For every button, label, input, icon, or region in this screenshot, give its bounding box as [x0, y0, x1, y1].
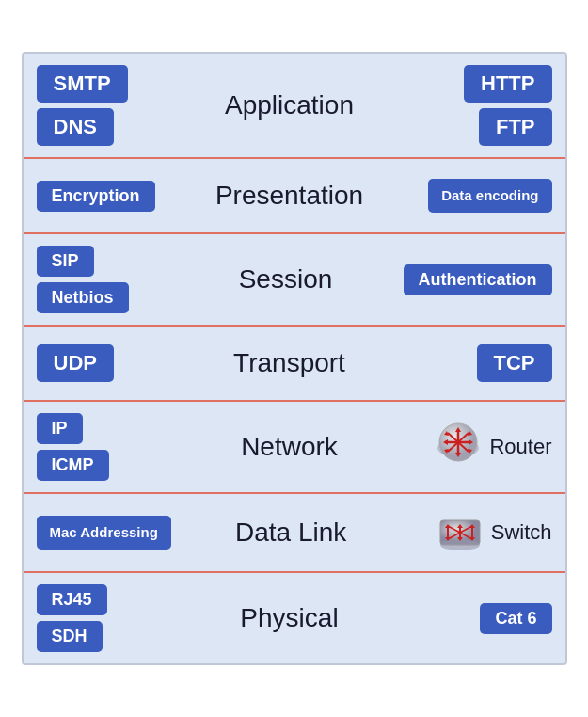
layer-application: SMTPDNSApplicationHTTPFTP: [24, 54, 565, 159]
device-row-network: Router: [433, 420, 551, 474]
badge-cat-6: Cat 6: [480, 603, 551, 634]
badge-icmp: ICMP: [37, 450, 109, 481]
layer-name-transport: Transport: [168, 348, 411, 378]
osi-diagram: SMTPDNSApplicationHTTPFTPEncryptionPrese…: [22, 52, 567, 665]
layer-right-transport: TCP: [411, 344, 552, 382]
badge-smtp: SMTP: [37, 65, 128, 103]
layer-left-presentation: Encryption: [37, 181, 168, 212]
badge-data-encoding: Data encoding: [428, 179, 551, 213]
layer-left-application: SMTPDNS: [37, 65, 168, 146]
layer-presentation: EncryptionPresentationData encoding: [24, 159, 565, 234]
layer-right-physical: Cat 6: [411, 603, 552, 634]
layer-name-presentation: Presentation: [168, 181, 411, 211]
layer-network: IPICMPNetwork Router: [24, 402, 565, 494]
layer-left-transport: UDP: [37, 344, 168, 382]
badge-encryption: Encryption: [37, 181, 155, 212]
badge-rj45: RJ45: [37, 584, 107, 615]
layer-physical: RJ45SDHPhysicalCat 6: [24, 573, 565, 663]
layer-session: SIPNetbiosSessionAuthentication: [24, 234, 565, 327]
badge-http: HTTP: [464, 65, 551, 103]
layer-left-session: SIPNetbios: [37, 246, 168, 313]
switch-label: Switch: [491, 520, 552, 545]
layer-name-network: Network: [168, 432, 411, 462]
layer-transport: UDPTransportTCP: [24, 327, 565, 402]
layer-name-datalink: Data Link: [171, 518, 411, 548]
layer-left-physical: RJ45SDH: [37, 584, 168, 652]
badge-udp: UDP: [37, 344, 114, 382]
layer-right-application: HTTPFTP: [411, 65, 552, 146]
badge-ftp: FTP: [479, 108, 552, 146]
badge-netbios: Netbios: [37, 282, 129, 313]
layer-right-presentation: Data encoding: [411, 179, 552, 213]
badge-ip: IP: [37, 413, 83, 444]
layer-right-session: Authentication: [404, 264, 552, 295]
badge-sdh: SDH: [37, 621, 103, 652]
switch-icon: [435, 505, 485, 560]
router-icon: [433, 420, 484, 474]
layer-left-datalink: Mac Addressing: [37, 516, 171, 550]
badge-authentication: Authentication: [404, 264, 552, 295]
device-row-datalink: Switch: [435, 505, 552, 560]
layer-name-application: Application: [168, 90, 411, 120]
router-label: Router: [489, 435, 551, 459]
layer-name-physical: Physical: [168, 603, 411, 633]
layer-left-network: IPICMP: [37, 413, 168, 481]
badge-tcp: TCP: [477, 344, 552, 382]
layer-right-datalink: Switch: [411, 505, 552, 560]
badge-dns: DNS: [37, 108, 114, 146]
layer-name-session: Session: [168, 264, 404, 295]
badge-sip: SIP: [37, 246, 94, 277]
layer-right-network: Router: [411, 420, 552, 474]
layer-datalink: Mac AddressingData Link Switch: [24, 494, 565, 573]
badge-mac-addressing: Mac Addressing: [37, 516, 171, 550]
